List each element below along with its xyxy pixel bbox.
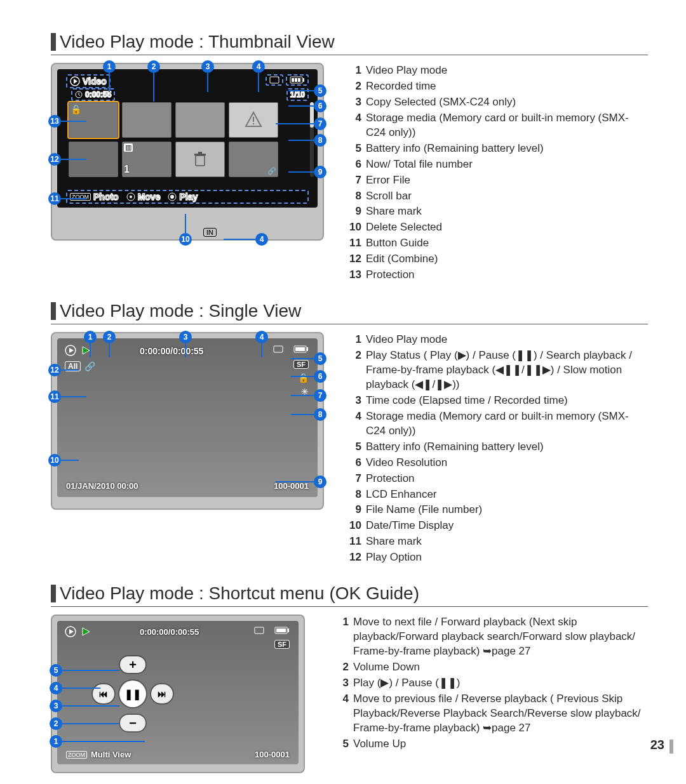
svg-marker-28 bbox=[69, 629, 74, 634]
thumb-2 bbox=[122, 102, 172, 138]
svg-rect-30 bbox=[255, 627, 264, 634]
ok-icon bbox=[168, 192, 177, 201]
legend-item: Battery info (Remaining battery level) bbox=[365, 141, 648, 157]
s-callout-5: 5 bbox=[314, 352, 326, 365]
thumb-error bbox=[229, 102, 278, 138]
legend-item: Play Option bbox=[365, 550, 648, 566]
legend-thumbnail: 1Video Play mode 2Recorded time 3Copy Se… bbox=[343, 63, 648, 283]
thumb-delete bbox=[175, 142, 225, 177]
svg-rect-25 bbox=[307, 347, 308, 351]
legend-item: Battery info (Remaining battery level) bbox=[365, 439, 648, 455]
svg-rect-26 bbox=[295, 347, 305, 351]
legend-item: Video Play mode bbox=[365, 332, 648, 348]
svg-point-19 bbox=[170, 195, 174, 199]
svg-rect-5 bbox=[303, 78, 304, 82]
legend-item: Error File bbox=[365, 173, 648, 189]
legend-item: Protection bbox=[365, 471, 648, 487]
svg-rect-12 bbox=[253, 123, 254, 124]
callout-8: 8 bbox=[314, 134, 326, 147]
thumb-8: 🔗 bbox=[229, 142, 278, 177]
s-callout-8: 8 bbox=[314, 408, 326, 421]
osd-timecode: 0:00:00/0:00:55 bbox=[140, 346, 203, 356]
callout-3: 3 bbox=[201, 60, 214, 73]
legend-item: Delete Selected bbox=[365, 220, 648, 236]
svg-rect-14 bbox=[194, 154, 206, 156]
callout-5: 5 bbox=[314, 84, 326, 97]
battery-icon bbox=[293, 345, 309, 353]
callout-7: 7 bbox=[314, 117, 326, 130]
block-shortcut: 1 2 3 4 5 0:00:00/0:00:55 SF + bbox=[51, 615, 648, 773]
legend-item: Storage media (Memory card or built-in m… bbox=[365, 409, 648, 439]
dpad-icon bbox=[126, 192, 135, 201]
svg-rect-11 bbox=[253, 117, 254, 122]
osd-filename: 100-0001 bbox=[255, 750, 290, 759]
svg-point-17 bbox=[130, 196, 132, 198]
legend-item: Move to next file / Forward playback (Ne… bbox=[353, 615, 648, 660]
callout-1: 1 bbox=[103, 60, 116, 73]
legend-item: Recorded time bbox=[365, 79, 648, 95]
share-mark-icon: 🔗 bbox=[84, 361, 95, 371]
figure-shortcut: 1 2 3 4 5 0:00:00/0:00:55 SF + bbox=[51, 615, 318, 773]
in-badge: IN bbox=[203, 228, 217, 237]
svg-rect-15 bbox=[198, 152, 202, 154]
legend-item: Now/ Total file number bbox=[365, 157, 648, 173]
thumb-6: ▥ 1 bbox=[122, 142, 172, 177]
legend-single: 1Video Play mode 2Play Status ( Play (▶)… bbox=[343, 332, 648, 566]
battery-icon bbox=[274, 627, 290, 634]
svg-rect-6 bbox=[292, 78, 294, 82]
legend-item: Scroll bar bbox=[365, 189, 648, 204]
resolution-badge: SF bbox=[274, 640, 290, 649]
osd-mode-label: Video bbox=[83, 76, 107, 86]
vol-down-icon: − bbox=[120, 715, 145, 731]
heading-single: Video Play mode : Single View bbox=[51, 301, 648, 324]
manual-page: Video Play mode : Thumbnail View 1 2 3 4… bbox=[0, 0, 686, 784]
legend-item: Date/Time Display bbox=[365, 518, 648, 534]
play-mode-icon bbox=[65, 345, 76, 356]
osd-storage-icon-wrap bbox=[266, 74, 283, 86]
svg-rect-23 bbox=[274, 346, 283, 352]
play-mode-icon bbox=[70, 76, 80, 86]
svg-marker-29 bbox=[83, 628, 90, 635]
svg-rect-2 bbox=[270, 77, 279, 83]
legend-item: Time code (Elapsed time / Recorded time) bbox=[365, 393, 648, 409]
legend-shortcut: 1Move to next file / Forward playback (N… bbox=[330, 615, 648, 773]
legend-item: Share mark bbox=[365, 204, 648, 220]
page-number: 23 bbox=[650, 738, 664, 752]
callout-6: 6 bbox=[314, 100, 326, 112]
lock-icon: 🔒 bbox=[298, 373, 309, 383]
osd-timecode: 0:00:00/0:00:55 bbox=[140, 627, 199, 637]
svg-marker-21 bbox=[69, 348, 74, 353]
card-icon bbox=[273, 345, 283, 353]
share-mark-icon: 🔗 bbox=[267, 167, 276, 175]
svg-rect-7 bbox=[295, 78, 297, 82]
osd-datetime: 01/JAN/2010 00:00 bbox=[66, 481, 138, 491]
callout-10: 10 bbox=[179, 233, 192, 246]
edit-combine-icon: ▥ bbox=[124, 143, 133, 152]
clock-icon bbox=[75, 91, 83, 98]
thumb-3 bbox=[175, 102, 225, 138]
heading-shortcut: Video Play mode : Shortcut menu (OK Guid… bbox=[51, 583, 648, 607]
play-status-icon bbox=[81, 627, 90, 636]
osd-multiview: Multi View bbox=[91, 750, 131, 759]
legend-item: Volume Down bbox=[353, 660, 648, 675]
block-single: 1 2 3 4 12 11 10 5 6 7 8 9 bbox=[51, 332, 648, 566]
svg-rect-33 bbox=[276, 628, 286, 632]
callout-4: 4 bbox=[252, 60, 265, 73]
legend-item: Move to previous file / Reverse playback… bbox=[353, 691, 648, 736]
osd-battery-icon-wrap bbox=[286, 74, 309, 86]
vol-up-icon: + bbox=[120, 656, 145, 673]
legend-item: Storage media (Memory card or built-in m… bbox=[365, 110, 648, 141]
svg-marker-22 bbox=[83, 347, 90, 354]
legend-item: Button Guide bbox=[365, 236, 648, 251]
s-callout-12: 12 bbox=[48, 364, 61, 376]
s-callout-7: 7 bbox=[314, 389, 326, 402]
button-guide: ZOOM Photo Move Play bbox=[66, 190, 309, 204]
heading-thumbnail: Video Play mode : Thumbnail View bbox=[51, 32, 648, 55]
callout-2: 2 bbox=[147, 60, 160, 73]
s-callout-11: 11 bbox=[48, 390, 61, 403]
legend-item: Protection bbox=[365, 267, 648, 283]
legend-item: File Name (File number) bbox=[365, 502, 648, 518]
play-pause-icon: ❚❚ bbox=[119, 681, 146, 707]
figure-single: 1 2 3 4 12 11 10 5 6 7 8 9 bbox=[51, 332, 330, 566]
s-callout-3: 3 bbox=[179, 331, 192, 343]
